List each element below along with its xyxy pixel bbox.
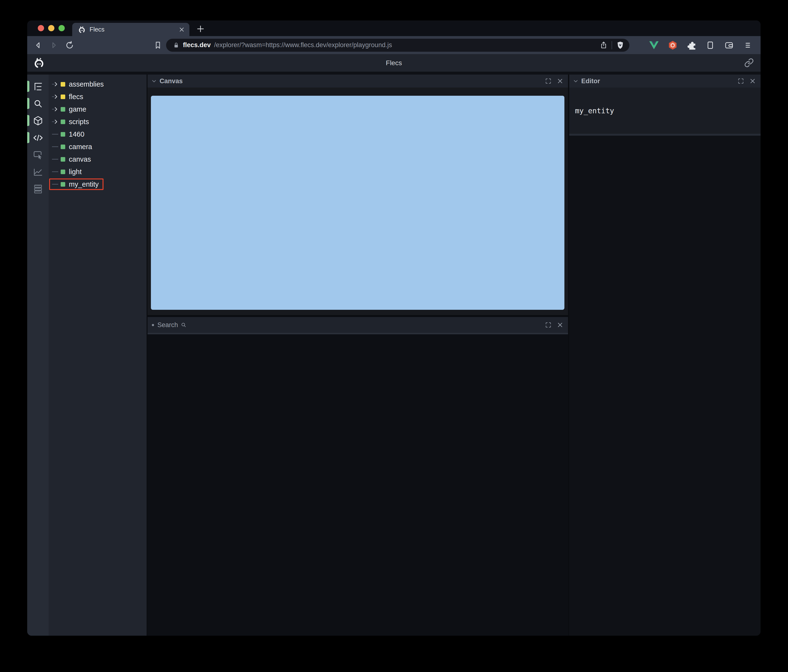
search-panel-header: Search [148,317,568,333]
wallet-icon[interactable] [724,40,734,50]
tree-row[interactable]: game [49,103,146,116]
flecs-favicon-icon [78,26,86,33]
header-divider [27,72,761,74]
magnifier-icon [181,322,187,328]
close-icon[interactable] [557,78,563,84]
tab-close-icon[interactable] [179,27,184,32]
tree-connector [51,157,60,162]
tree-row[interactable]: my_entity [49,178,146,190]
toolbar-extensions [649,40,755,50]
sidebar-toggle-icon[interactable] [705,40,715,50]
new-tab-button[interactable] [196,24,205,34]
tree-item-label: assemblies [69,80,104,88]
canvas-panel-header: Canvas [148,74,568,87]
tree-row[interactable]: canvas [49,153,146,165]
active-indicator [27,132,29,143]
active-indicator [27,98,29,109]
tree-row[interactable]: assemblies [49,78,146,90]
tree-connector [51,132,60,137]
link-icon[interactable] [744,58,754,68]
entity-color-square [60,157,65,162]
tree-item-label: camera [69,143,92,151]
tree-row[interactable]: camera [49,141,146,153]
zoom-window-button[interactable] [59,25,65,31]
window-controls [38,25,65,31]
vue-devtools-icon[interactable] [649,40,659,50]
extensions-puzzle-icon[interactable] [686,40,697,50]
reload-icon[interactable] [65,40,75,50]
entity-color-square [60,132,65,136]
tree-item-label: scripts [69,118,89,126]
tree-row[interactable]: flecs [49,90,146,103]
tree-expand-arrow [51,106,59,112]
tree-row[interactable]: scripts [49,116,146,128]
tree-expand-arrow [51,82,59,87]
close-icon[interactable] [557,322,563,328]
tree-leaf-dash [51,132,59,137]
tree-connector [51,144,60,149]
entity-color-square [60,95,65,99]
editor-divider [569,134,761,136]
tree-expand-arrow [51,119,59,124]
fullscreen-icon[interactable] [545,78,552,84]
url-divider [612,41,612,49]
browser-toolbar: flecs.dev /explorer/?wasm=https://www.fl… [27,36,761,54]
tree-leaf-dash [51,144,59,149]
editor-empty-area [569,136,761,636]
sidebar-item-entities[interactable] [27,112,49,129]
sidebar-item-stats[interactable] [27,163,49,181]
fullscreen-icon[interactable] [545,322,552,328]
sidebar-item-search[interactable] [27,95,49,112]
sidebar-item-memory[interactable] [27,181,49,198]
tab-title: Flecs [89,26,175,33]
hierarchy-icon [33,81,43,92]
bookmark-icon[interactable] [153,40,163,50]
tree-row[interactable]: light [49,165,146,178]
tree-connector [51,182,60,187]
browser-tab[interactable]: Flecs [72,23,189,36]
tree-row[interactable]: 1460 [49,128,146,141]
chevron-down-icon[interactable] [151,78,157,84]
canvas-viewport[interactable] [151,96,564,310]
sidebar-item-inspect[interactable] [27,146,49,163]
sidebar-item-code[interactable] [27,129,49,146]
entity-tree: assemblies flecs [49,74,146,636]
sidebar-item-hierarchy[interactable] [27,78,49,95]
share-icon[interactable] [599,41,608,49]
close-icon[interactable] [750,78,756,84]
tree-connector [51,169,60,174]
empty-workspace [148,334,568,636]
canvas-panel-title: Canvas [160,78,183,85]
collapsed-indicator-icon[interactable] [152,324,154,326]
tree-leaf-dash [51,169,59,174]
close-window-button[interactable] [38,25,44,31]
active-indicator [27,115,29,126]
tree-item-label: light [69,168,82,176]
browser-window: Flecs [27,21,761,636]
fullscreen-icon[interactable] [737,78,744,84]
forward-icon[interactable] [49,40,59,50]
back-icon[interactable] [33,40,43,50]
tree-item-label: 1460 [69,130,84,138]
center-panels: Canvas [146,74,569,636]
minimize-window-button[interactable] [48,25,54,31]
tree-expand-arrow [51,94,59,99]
chevron-down-icon[interactable] [573,78,578,84]
tree-leaf-dash [51,157,59,162]
brave-shields-icon[interactable] [616,41,624,49]
url-bar[interactable]: flecs.dev /explorer/?wasm=https://www.fl… [166,39,629,52]
extension-hexagon-icon[interactable] [668,40,678,50]
entity-color-square [60,170,65,174]
menu-icon[interactable] [743,40,753,50]
browser-tab-bar: Flecs [27,21,761,36]
lock-icon [173,42,180,49]
panel-gap [148,315,568,317]
memory-icon [33,184,43,194]
code-icon [33,133,43,143]
entity-color-square [60,144,65,149]
entity-color-square [60,119,65,124]
code-editor[interactable]: my_entity [569,87,761,134]
tree-leaf-dash [51,182,59,187]
entity-color-square [60,82,65,87]
left-icon-sidebar [27,74,49,636]
